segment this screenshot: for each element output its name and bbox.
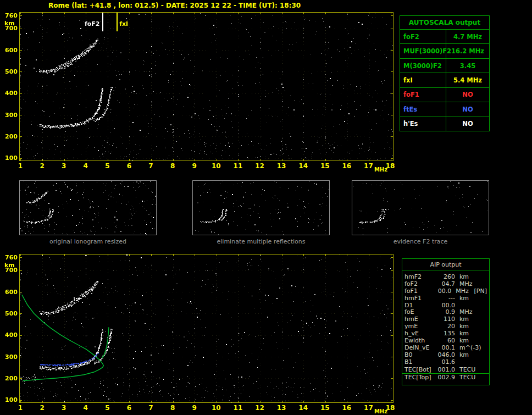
thumbnail-caption-original: original ionogram resized: [19, 238, 157, 245]
aip-row-unit: TECU: [459, 366, 479, 373]
x-axis-tick-label: 10: [210, 162, 221, 170]
x-axis-tick-label: 15: [319, 162, 330, 170]
x-axis-tick-label: 6: [124, 162, 135, 170]
thumbnail-caption-f2trace: evidence F2 trace: [351, 238, 490, 245]
aip-row: foF100.0MHz[PN]: [402, 288, 489, 295]
y-axis-tick-label: 760: [3, 254, 18, 261]
aip-row-note: [479, 345, 487, 352]
aip-row-value: 00.1: [436, 345, 455, 352]
autoscala-row: MUF(3000)F216.2 MHz: [400, 44, 489, 58]
x-axis-tick-label: 14: [298, 162, 309, 170]
aip-row-note: [479, 323, 487, 330]
aip-row-note: [479, 366, 487, 373]
aip-row-unit: km: [459, 337, 479, 345]
aip-row-note: [479, 352, 487, 359]
autoscala-row: foF24.7 MHz: [400, 30, 489, 44]
autoscala-row: M(3000)F23.45: [400, 59, 489, 73]
autoscala-row: h'EsNO: [400, 117, 489, 131]
profile-ionogram-plot: [19, 254, 394, 403]
fxi-marker-label: fxI: [119, 20, 128, 27]
x-axis-tick-label: 4: [80, 404, 91, 412]
x-axis-tick-label: 16: [341, 162, 352, 170]
autoscala-row-value: 16.2 MHz: [446, 44, 489, 58]
x-axis-tick-label: 13: [276, 162, 287, 170]
x-axis-unit-label: MHz: [370, 167, 392, 173]
y-axis-tick-label: 400: [3, 90, 18, 97]
aip-row-label: B1: [404, 359, 436, 366]
aip-row-label: hmF1: [404, 295, 436, 302]
profile-ionogram-canvas: [20, 254, 393, 402]
y-axis-tick-label: 600: [3, 289, 18, 296]
y-axis-tick-label: 300: [3, 353, 18, 361]
x-axis-tick-label: 2: [37, 404, 48, 412]
y-axis-tick-label: 100: [3, 154, 18, 162]
aip-row-note: [479, 359, 487, 366]
autoscala-row-label: fxI: [400, 73, 446, 87]
aip-row-unit: MHz: [459, 281, 479, 288]
aip-row-note: [479, 302, 487, 309]
aip-row-label: DelN_vE: [404, 345, 436, 352]
aip-table-header: AIP output: [402, 259, 489, 270]
aip-row-note: [479, 316, 487, 323]
autoscala-row-value: NO: [446, 88, 489, 102]
aip-row-value: 04.7: [436, 281, 455, 288]
x-axis-tick-label: 5: [102, 404, 113, 412]
aip-row-unit: km: [459, 352, 479, 359]
autoscala-row: foF1NO: [400, 88, 489, 102]
x-axis-tick-label: 2: [37, 162, 48, 170]
aip-row: B101.6: [402, 359, 489, 366]
thumbnail-eliminate-reflections: [192, 180, 330, 235]
autoscala-table-header: AUTOSCALA output: [400, 16, 489, 30]
aip-row-label: TEC[Top]: [404, 374, 436, 381]
x-axis-tick-label: 6: [124, 404, 135, 412]
thumbnail-f2-trace: [352, 180, 489, 235]
thumbnail-canvas-original: [20, 181, 156, 235]
x-axis-tick-label: 1: [15, 404, 26, 412]
aip-row-unit: TECU: [459, 374, 479, 381]
aip-row-note: [479, 337, 487, 345]
aip-row-value: 002.9: [436, 374, 455, 381]
fof2-marker-label: foF2: [80, 20, 99, 27]
x-axis-tick-label: 16: [341, 404, 352, 412]
x-axis-tick-label: 4: [80, 162, 91, 170]
x-axis-tick-label: 11: [232, 162, 243, 170]
y-axis-tick-label: 760: [3, 12, 18, 19]
y-axis-tick-label: 200: [3, 133, 18, 140]
aip-row-note: [479, 281, 487, 288]
autoscala-row-value: NO: [446, 102, 489, 116]
x-axis-tick-label: 7: [146, 404, 157, 412]
autoscala-row-label: MUF(3000)F2: [400, 44, 446, 58]
x-axis-tick-label: 15: [319, 404, 330, 412]
aip-row-label: foF1: [404, 288, 434, 295]
aip-tec-row: TEC[Bot]001.0TECU: [402, 366, 489, 374]
aip-row-label: TEC[Bot]: [404, 366, 436, 373]
aip-row: Ewidth60km: [402, 337, 489, 345]
autoscala-row-label: M(3000)F2: [400, 59, 446, 73]
x-axis-tick-label: 8: [167, 162, 178, 170]
autoscala-row-label: ftEs: [400, 102, 446, 116]
y-axis-tick-label: 200: [3, 375, 18, 382]
x-axis-tick-label: 7: [146, 162, 157, 170]
aip-row-unit: [459, 359, 479, 366]
aip-row-value: 00.0: [434, 288, 451, 295]
aip-row-value: 60: [436, 337, 455, 345]
aip-row-value: 01.6: [436, 359, 455, 366]
autoscala-row-value: NO: [446, 117, 489, 131]
aip-tec-row: TEC[Top]002.9TECU: [402, 374, 489, 381]
aip-row-label: Ewidth: [404, 337, 436, 345]
y-axis-tick-label: 600: [3, 47, 18, 54]
autoscala-row-value: 3.45: [446, 59, 489, 73]
thumbnail-canvas-f2trace: [352, 181, 489, 235]
aip-row-value: 001.0: [436, 366, 455, 373]
x-axis-tick-label: 10: [210, 404, 221, 412]
autoscala-row-value: 5.4 MHz: [446, 73, 489, 87]
autoscala-row-label: foF2: [400, 30, 446, 43]
y-axis-tick-label: 300: [3, 112, 18, 119]
aip-row: foF204.7MHz: [402, 281, 489, 288]
thumbnail-canvas-reflections: [193, 181, 329, 235]
aip-row-note: [PN]: [474, 288, 487, 295]
aip-row: DelN_vE00.1m^(-3): [402, 345, 489, 352]
autoscala-output-table: AUTOSCALA output foF24.7 MHzMUF(3000)F21…: [400, 15, 490, 131]
thumbnail-caption-reflections: eliminate multiple reflections: [192, 238, 330, 245]
x-axis-tick-label: 1: [15, 162, 26, 170]
